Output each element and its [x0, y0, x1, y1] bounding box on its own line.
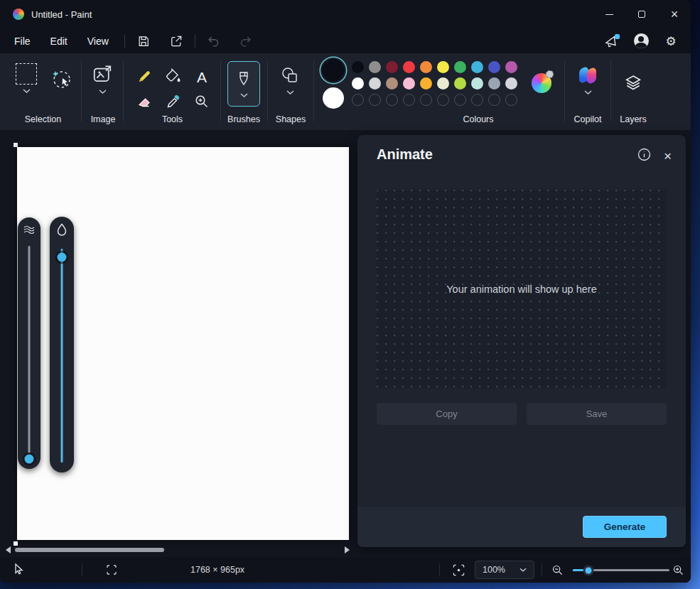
size-slider-track[interactable]: [28, 246, 31, 453]
eyedropper-tool-button[interactable]: [165, 93, 182, 113]
panel-close-button[interactable]: ×: [664, 149, 672, 163]
layers-button[interactable]: [623, 73, 643, 96]
palette-empty-slot[interactable]: [386, 94, 398, 106]
text-tool-button[interactable]: A: [197, 69, 207, 86]
rect-select-button[interactable]: [16, 63, 37, 93]
info-button[interactable]: [637, 148, 651, 164]
text-tool-icon: A: [197, 69, 207, 85]
image-menu-button[interactable]: [92, 63, 113, 94]
maximize-button[interactable]: [625, 0, 658, 28]
title-bar: Untitled - Paint ×: [0, 0, 691, 28]
menu-separator: [124, 35, 125, 48]
palette-colour[interactable]: [369, 61, 381, 73]
zoom-slider[interactable]: [573, 569, 669, 571]
palette-empty-slot[interactable]: [437, 94, 449, 106]
feedback-button[interactable]: [598, 31, 624, 51]
notification-dot: [615, 34, 620, 39]
save-animation-button[interactable]: Save: [527, 403, 667, 425]
palette-empty-slot[interactable]: [505, 94, 517, 106]
palette-colour[interactable]: [437, 61, 449, 73]
scroll-left-icon[interactable]: [6, 546, 11, 553]
ribbon-separator: [267, 60, 268, 121]
brushes-label: Brushes: [223, 114, 264, 124]
zoom-value: 100%: [483, 565, 505, 575]
palette-colour[interactable]: [471, 77, 483, 90]
magnifier-tool-button[interactable]: [193, 93, 210, 113]
copilot-label: Copilot: [567, 114, 608, 124]
background-colour-swatch[interactable]: [323, 87, 344, 109]
pencil-tool-button[interactable]: [136, 67, 154, 87]
menu-bar: File Edit View ⚙: [0, 28, 691, 53]
minimize-button[interactable]: [593, 0, 625, 28]
scroll-right-icon[interactable]: [345, 546, 350, 553]
brushes-button[interactable]: [227, 61, 260, 107]
shapes-icon: [280, 66, 300, 85]
scrollbar-thumb[interactable]: [15, 548, 164, 552]
menu-view[interactable]: View: [77, 32, 119, 50]
palette-colour[interactable]: [386, 61, 398, 73]
layers-icon: [623, 73, 643, 93]
copy-button[interactable]: Copy: [377, 403, 517, 425]
generate-button[interactable]: Generate: [583, 516, 667, 538]
palette-colour[interactable]: [454, 77, 466, 90]
close-button[interactable]: ×: [658, 0, 691, 28]
palette-empty-slot[interactable]: [454, 94, 466, 106]
opacity-slider-thumb[interactable]: [58, 253, 67, 262]
palette-colour[interactable]: [386, 77, 398, 90]
palette-colour[interactable]: [488, 61, 500, 73]
account-button[interactable]: [628, 31, 654, 51]
palette-empty-slot[interactable]: [352, 94, 364, 106]
horizontal-scrollbar[interactable]: [6, 546, 350, 554]
fill-tool-button[interactable]: [165, 67, 182, 87]
ribbon-separator: [123, 60, 124, 121]
palette-colour[interactable]: [437, 77, 449, 90]
zoom-slider-thumb[interactable]: [583, 565, 594, 576]
ai-select-button[interactable]: [50, 67, 72, 93]
fill-bucket-icon: [165, 67, 182, 85]
chevron-down-icon: [286, 90, 294, 94]
chevron-down-icon: [584, 90, 592, 94]
palette-colour[interactable]: [488, 77, 500, 90]
paint-app-icon: [13, 9, 24, 20]
shapes-button[interactable]: [280, 66, 300, 94]
palette-colour[interactable]: [471, 61, 483, 73]
scrollbar-track[interactable]: [14, 547, 342, 553]
settings-button[interactable]: ⚙: [658, 31, 684, 51]
share-icon: [169, 34, 183, 48]
palette-empty-slot[interactable]: [488, 94, 500, 106]
palette-empty-slot[interactable]: [420, 94, 432, 106]
palette-colour[interactable]: [403, 77, 415, 90]
palette-colour[interactable]: [352, 61, 364, 73]
zoom-in-button[interactable]: [672, 564, 684, 578]
redo-button[interactable]: [232, 31, 258, 51]
size-slider-thumb[interactable]: [25, 455, 34, 464]
palette-colour[interactable]: [403, 61, 415, 73]
palette-colour[interactable]: [352, 77, 364, 90]
share-button[interactable]: [163, 31, 189, 51]
pencil-icon: [136, 67, 154, 85]
menu-file[interactable]: File: [4, 32, 41, 50]
layers-label: Layers: [613, 114, 654, 124]
zoom-out-button[interactable]: [551, 564, 564, 578]
palette-empty-slot[interactable]: [369, 94, 381, 106]
canvas-size-text: 1768 × 965px: [190, 565, 244, 575]
fit-to-screen-button[interactable]: [452, 563, 465, 579]
palette-colour[interactable]: [369, 77, 381, 90]
palette-colour[interactable]: [420, 61, 432, 73]
palette-empty-slot[interactable]: [471, 94, 483, 106]
undo-button[interactable]: [201, 31, 227, 51]
save-button[interactable]: [131, 31, 156, 51]
eraser-tool-button[interactable]: [136, 93, 154, 113]
palette-colour[interactable]: [505, 61, 517, 73]
chevron-down-icon: [99, 90, 107, 94]
zoom-dropdown[interactable]: 100%: [475, 561, 534, 579]
opacity-slider-track[interactable]: [61, 249, 63, 463]
foreground-colour-swatch[interactable]: [322, 59, 345, 82]
palette-empty-slot[interactable]: [403, 94, 415, 106]
copilot-button[interactable]: [578, 66, 597, 94]
menu-edit[interactable]: Edit: [41, 32, 77, 50]
palette-colour[interactable]: [420, 77, 432, 90]
palette-colour[interactable]: [454, 61, 466, 73]
palette-colour[interactable]: [505, 77, 517, 90]
palette-row: [352, 61, 517, 73]
